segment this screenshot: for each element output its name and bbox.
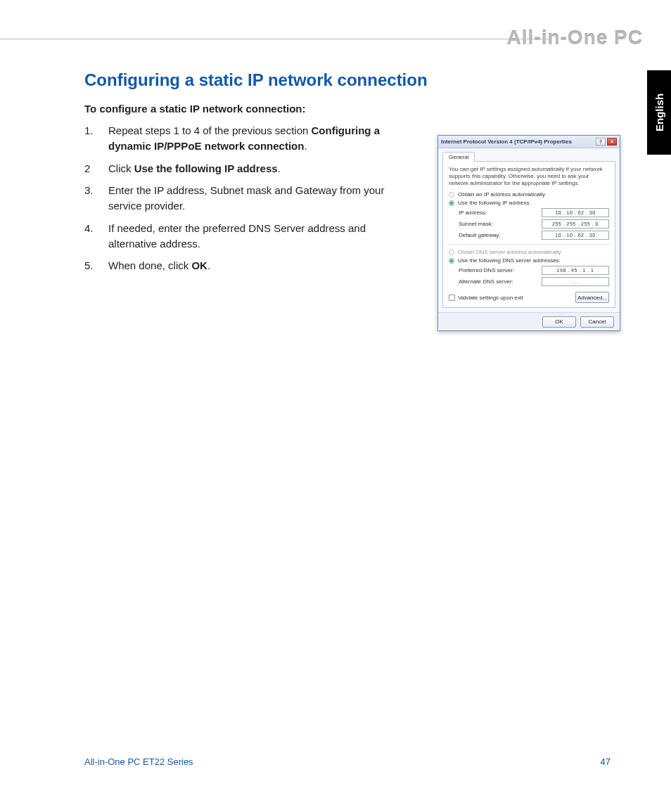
ip-address-input[interactable]: 10 . 10 . 62 . 30 xyxy=(542,208,609,217)
radio-obtain-dns-auto[interactable]: Obtain DNS server address automatically xyxy=(449,249,609,255)
radio-use-following-ip[interactable]: Use the following IP address: xyxy=(449,200,609,206)
radio-label: Use the following DNS server addresses: xyxy=(458,257,561,264)
step-text-post: . xyxy=(278,162,281,174)
field-default-gateway: Default gateway: 10 . 10 . 62 . 30 xyxy=(459,231,609,240)
panel-bottom-row: Validate settings upon exit Advanced... xyxy=(449,292,609,303)
dialog-panel: You can get IP settings assigned automat… xyxy=(442,161,615,308)
dialog-body: General You can get IP settings assigned… xyxy=(438,148,620,312)
ipv4-properties-dialog: Internet Protocol Version 4 (TCP/IPv4) P… xyxy=(437,135,620,331)
field-label: Alternate DNS server: xyxy=(459,278,542,285)
field-label: Subnet mask: xyxy=(459,221,542,227)
radio-icon xyxy=(449,192,454,198)
close-button[interactable]: × xyxy=(607,138,617,146)
field-label: Preferred DNS server: xyxy=(459,267,542,273)
subnet-mask-input[interactable]: 255 . 255 . 255 . 0 xyxy=(542,219,609,228)
page-number: 47 xyxy=(601,756,611,767)
tab-general[interactable]: General xyxy=(442,152,475,162)
header-rule xyxy=(0,39,551,39)
step-number: 2 xyxy=(84,161,108,176)
dialog-footer: OK Cancel xyxy=(438,312,620,330)
default-gateway-input[interactable]: 10 . 10 . 62 . 30 xyxy=(542,231,609,240)
step-text-post: . xyxy=(207,259,210,271)
step-number: 4. xyxy=(84,221,108,252)
section-subheading: To configure a static IP network connect… xyxy=(84,103,619,115)
step-text-bold: OK xyxy=(191,259,207,271)
radio-obtain-ip-auto[interactable]: Obtain an IP address automatically xyxy=(449,191,609,198)
radio-label: Obtain an IP address automatically xyxy=(458,191,545,198)
step-text: Enter the IP address, Subnet mask and Ga… xyxy=(108,183,415,214)
preferred-dns-input[interactable]: 198 . 95 . 1 . 1 xyxy=(542,266,609,275)
step-text: Repeat steps 1 to 4 of the previous sect… xyxy=(108,123,415,154)
dialog-hint: You can get IP settings assigned automat… xyxy=(449,166,609,187)
step-3: 3. Enter the IP address, Subnet mask and… xyxy=(84,183,415,214)
radio-icon xyxy=(449,250,454,255)
section-heading: Configuring a static IP network connecti… xyxy=(84,70,619,90)
field-preferred-dns: Preferred DNS server: 198 . 95 . 1 . 1 xyxy=(459,266,609,275)
dialog-titlebar: Internet Protocol Version 4 (TCP/IPv4) P… xyxy=(438,136,620,148)
step-number: 5. xyxy=(84,258,108,273)
step-text: Click Use the following IP address. xyxy=(108,161,415,176)
step-text-pre: Repeat steps 1 to 4 of the previous sect… xyxy=(108,124,312,136)
step-text-pre: When done, click xyxy=(108,259,191,271)
step-text-pre: Click xyxy=(108,162,134,174)
field-ip-address: IP address: 10 . 10 . 62 . 30 xyxy=(459,208,609,217)
step-number: 3. xyxy=(84,183,108,214)
step-4: 4. If needed, enter the preferred DNS Se… xyxy=(84,221,415,252)
footer-series: All-in-One PC ET22 Series xyxy=(84,756,193,767)
dialog-title: Internet Protocol Version 4 (TCP/IPv4) P… xyxy=(441,138,572,145)
checkbox-label: Validate settings upon exit xyxy=(458,295,523,301)
step-text-bold: Use the following IP address xyxy=(134,162,278,174)
help-button[interactable]: ? xyxy=(596,138,606,146)
radio-label: Obtain DNS server address automatically xyxy=(458,249,561,255)
radio-icon xyxy=(449,200,454,206)
field-alternate-dns: Alternate DNS server: . . . xyxy=(459,277,609,286)
validate-settings-checkbox[interactable]: Validate settings upon exit xyxy=(449,295,523,301)
radio-use-following-dns[interactable]: Use the following DNS server addresses: xyxy=(449,257,609,264)
step-2: 2 Click Use the following IP address. xyxy=(84,161,415,176)
step-5: 5. When done, click OK. xyxy=(84,258,415,273)
step-text-post: . xyxy=(304,140,307,152)
language-tab: English xyxy=(647,70,671,155)
step-text: If needed, enter the preferred DNS Serve… xyxy=(108,221,415,252)
step-1: 1. Repeat steps 1 to 4 of the previous s… xyxy=(84,123,415,154)
alternate-dns-input[interactable]: . . . xyxy=(542,277,609,286)
cancel-button[interactable]: Cancel xyxy=(580,316,614,328)
checkbox-icon xyxy=(449,295,455,301)
ok-button[interactable]: OK xyxy=(542,316,576,328)
brand-title: All-in-One PC xyxy=(507,27,643,49)
field-label: Default gateway: xyxy=(459,232,542,238)
advanced-button[interactable]: Advanced... xyxy=(575,292,609,303)
step-number: 1. xyxy=(84,123,108,154)
field-label: IP address: xyxy=(459,210,542,216)
step-text: When done, click OK. xyxy=(108,258,415,273)
radio-label: Use the following IP address: xyxy=(458,200,530,206)
field-subnet-mask: Subnet mask: 255 . 255 . 255 . 0 xyxy=(459,219,609,228)
radio-icon xyxy=(449,258,454,264)
steps-list: 1. Repeat steps 1 to 4 of the previous s… xyxy=(84,123,415,273)
